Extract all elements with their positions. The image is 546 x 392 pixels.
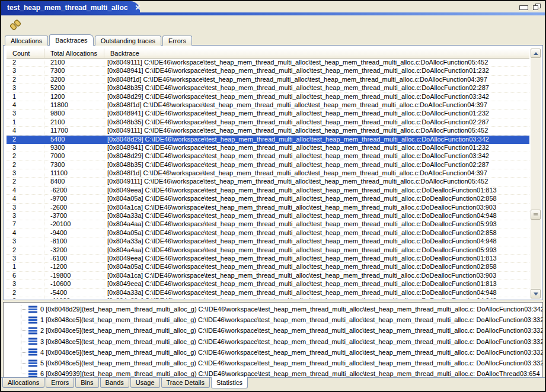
tab-errors[interactable]: Errors [162,36,192,46]
column-header-total-allocations[interactable]: Total Allocations [44,49,104,59]
table-row[interactable]: 3 -6100 [0x8049eea] C:\IDE46\workspace\t… [7,255,529,263]
table-row[interactable]: 3 9300 [0x8048941] C:\IDE46\workspace\te… [7,144,529,152]
table-row[interactable]: 7 -20100 [0x804a4aa] C:\IDE46\workspace\… [7,220,529,229]
column-header-count[interactable]: Count [7,49,44,59]
cell-count: 2 [7,178,44,185]
table-row[interactable]: 1 2100 [0x8048b35] C:\IDE46\workspace\te… [7,118,529,127]
table-row[interactable]: 4 11700 [0x8049111] C:\IDE46\workspace\t… [7,127,529,135]
trace-frame-item[interactable]: 3 [0x8048ce5](test_heap_mem_thread_multi… [4,336,542,347]
table-row[interactable]: 2 7300 [0x8048b35] C:\IDE46\workspace\te… [7,161,529,169]
table-row[interactable]: 4 11800 [0x8048f1d] C:\IDE46\workspace\t… [7,101,529,110]
table-row[interactable]: 6 -19800 [0x804a1ca] C:\IDE46\workspace\… [7,272,529,280]
refresh-link-button[interactable] [9,18,22,31]
table-row[interactable]: 2 8400 [0x8049111] C:\IDE46\workspace\te… [7,178,529,186]
table-row[interactable]: 2 2100 [0x8049111] C:\IDE46\workspace\te… [7,59,529,67]
cell-count: 3 [7,280,44,288]
table-row[interactable]: 3 -2600 [0x804a1ca] C:\IDE46\workspace\t… [7,204,529,212]
table-row[interactable]: 2 -3200 [0x804a4aa] C:\IDE46\workspace\t… [7,246,529,255]
table-row[interactable]: 4 -9700 [0x804a05a] C:\IDE46\workspace\t… [7,195,529,203]
table-row[interactable]: 4 -9400 [0x804a05a] C:\IDE46\workspace\t… [7,229,529,237]
cell-count: 2 [7,136,44,143]
cell-count: 4 [7,195,44,203]
bottom-tab-usage[interactable]: Usage [130,378,160,388]
trace-frame-item[interactable]: 5 [0x8048ce5](test_heap_mem_thread_multi… [4,358,542,368]
cell-total-allocations: 2100 [44,59,104,66]
bottom-tab-statistics[interactable]: Statistics [211,377,248,388]
trace-frame-text: 0 [0x8048d29](test_heap_mem_thread_multi… [40,306,542,313]
cell-count: 7 [7,220,44,228]
cell-count: 2 [7,76,44,83]
cell-count: 2 [7,297,44,299]
cell-backtrace: [0x8048f1d] C:\IDE46\workspace\test_heap… [104,169,529,177]
scrollbar-thumb[interactable] [531,210,541,220]
cell-total-allocations: 7300 [44,67,104,75]
column-header-backtrace[interactable]: Backtrace [104,49,529,59]
table-row[interactable]: 3 11100 [0x8048f1d] C:\IDE46\workspace\t… [7,169,529,178]
table-row[interactable]: 3 -3700 [0x804a33a] C:\IDE46\workspace\t… [7,212,529,220]
table-row[interactable]: 2 5400 [0x8048d29] C:\IDE46\workspace\te… [7,136,529,144]
table-row[interactable]: 3 7300 [0x8048941] C:\IDE46\workspace\te… [7,67,529,75]
view-tab[interactable]: test_heap_mem_thread_multi_alloc ✕ [1,1,140,14]
bottom-tab-bands[interactable]: Bands [100,378,129,388]
stack-frames-icon [28,306,37,313]
bottom-tab-trace-details[interactable]: Trace Details [161,378,210,388]
cell-count: 1 [7,263,44,271]
cell-total-allocations: -10600 [44,280,104,288]
cell-backtrace: [0x8048d29] C:\IDE46\workspace\test_heap… [104,152,529,160]
cell-total-allocations: 1200 [44,93,104,101]
minimize-icon[interactable] [519,5,528,10]
maximize-icon[interactable] [533,4,541,10]
close-icon[interactable]: ✕ [135,5,141,11]
table-row[interactable]: 4 -6200 [0x8049eea] C:\IDE46\workspace\t… [7,187,529,195]
tab-outstanding-traces[interactable]: Outstanding traces [95,36,161,46]
bottom-tab-errors[interactable]: Errors [46,378,74,388]
cell-count: 2 [7,246,44,254]
tab-backtraces[interactable]: Backtraces [49,34,93,46]
trace-frame-text: 1 [0x8048ce5](test_heap_mem_thread_multi… [40,316,542,323]
scroll-up-button[interactable] [531,49,541,58]
cell-count: 1 [7,93,44,101]
bottom-tab-allocations[interactable]: Allocations [2,378,44,388]
window-controls [519,4,541,10]
cell-total-allocations: 3200 [44,76,104,83]
cell-backtrace: [0x8049111] C:\IDE46\workspace\test_heap… [104,59,529,66]
table-row[interactable]: 3 -8100 [0x804a33a] C:\IDE46\workspace\t… [7,237,529,246]
table-row[interactable]: 2 3200 [0x8048f1d] C:\IDE46\workspace\te… [7,76,529,84]
table-row[interactable]: 1 -1200 [0x804a05a] C:\IDE46\workspace\t… [7,263,529,271]
table-row[interactable]: 3 9800 [0x8048941] C:\IDE46\workspace\te… [7,110,529,118]
cell-backtrace: [0x804a4aa] C:\IDE46\workspace\test_heap… [104,220,529,228]
trace-frame-item[interactable]: 4 [0x8048ce5](test_heap_mem_thread_multi… [4,347,542,358]
cell-total-allocations: -1200 [44,263,104,271]
tab-allocations[interactable]: Allocations [5,36,48,46]
table-row[interactable]: 2 -5400 [0x804a33a] C:\IDE46\workspace\t… [7,289,529,297]
cell-total-allocations: -9700 [44,195,104,203]
stack-frames-icon [28,338,37,345]
view-title: test_heap_mem_thread_multi_alloc [7,4,127,12]
cell-backtrace: [0x804a33a] C:\IDE46\workspace\test_heap… [104,297,529,299]
arrow-down-icon [534,293,538,298]
trace-frame-text: 2 [0x8048ce5](test_heap_mem_thread_multi… [40,327,542,334]
table-row[interactable]: 3 -10600 [0x8049eea] C:\IDE46\workspace\… [7,280,529,288]
table-row[interactable]: 2 7000 [0x8048d29] C:\IDE46\workspace\te… [7,152,529,160]
cell-count: 2 [7,161,44,169]
cell-backtrace: [0x8048b35] C:\IDE46\workspace\test_heap… [104,118,529,126]
cell-count: 3 [7,110,44,117]
bottom-tab-bins[interactable]: Bins [75,378,98,388]
scroll-down-button[interactable] [531,289,541,298]
trace-frame-item[interactable]: 2 [0x8048ce5](test_heap_mem_thread_multi… [4,325,542,336]
cell-total-allocations: -20100 [44,220,104,228]
trace-frame-text: 5 [0x8048ce5](test_heap_mem_thread_multi… [40,359,542,367]
table-row[interactable]: 1 1200 [0x8048d29] C:\IDE46\workspace\te… [7,93,529,101]
trace-frame-item[interactable]: 1 [0x8048ce5](test_heap_mem_thread_multi… [4,314,542,325]
cell-backtrace: [0x8049111] C:\IDE46\workspace\test_heap… [104,178,529,185]
cell-total-allocations: -9400 [44,229,104,237]
view-toolbar [1,15,545,34]
table-row[interactable]: 2 -11000 [0x804a33a] C:\IDE46\workspace\… [7,297,529,299]
cell-backtrace: [0x8048941] C:\IDE46\workspace\test_heap… [104,144,529,152]
cell-backtrace: [0x8048941] C:\IDE46\workspace\test_heap… [104,67,529,75]
table-row[interactable]: 3 5200 [0x8048b35] C:\IDE46\workspace\te… [7,84,529,92]
trace-details-panel: 0 [0x8048d29](test_heap_mem_thread_multi… [3,302,543,379]
vertical-scrollbar[interactable] [531,49,541,298]
cell-backtrace: [0x8048d29] C:\IDE46\workspace\test_heap… [104,93,529,101]
trace-frame-item[interactable]: 0 [0x8048d29](test_heap_mem_thread_multi… [4,304,542,314]
